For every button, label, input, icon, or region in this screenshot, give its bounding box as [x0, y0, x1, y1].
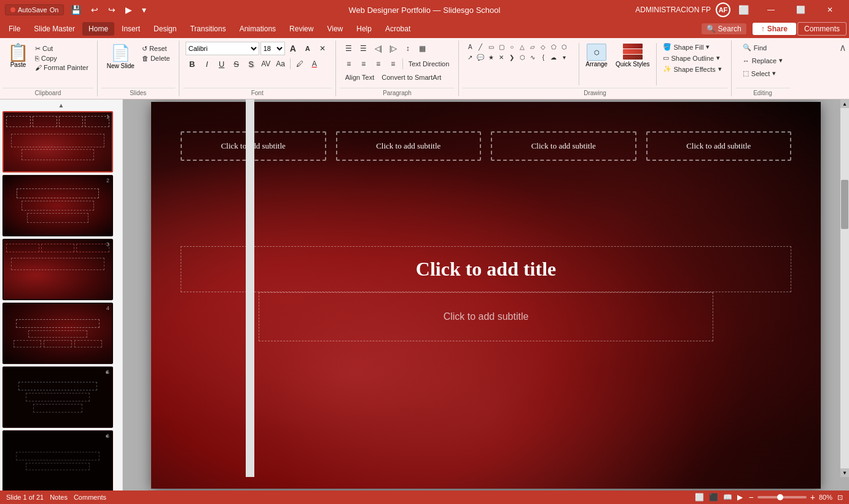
text-direction-button[interactable]: Text Direction: [405, 59, 453, 69]
scroll-track[interactable]: [840, 108, 849, 468]
shape-fill-dropdown-icon[interactable]: ▾: [706, 43, 710, 51]
arrange-button[interactable]: ⬡ Arrange: [582, 42, 611, 69]
align-text-button[interactable]: Align Text: [342, 72, 378, 82]
align-left-button[interactable]: ≡: [342, 57, 356, 71]
increase-indent-button[interactable]: |▷: [386, 42, 400, 55]
underline-button[interactable]: U: [215, 57, 229, 71]
zoom-in-button[interactable]: +: [809, 492, 816, 502]
slides-scroll-up[interactable]: ▲: [2, 102, 120, 109]
quick-styles-button[interactable]: Quick Styles: [612, 42, 653, 69]
italic-button[interactable]: I: [200, 57, 214, 71]
shapes-more-icon[interactable]: ▾: [559, 52, 569, 62]
share-button[interactable]: ↑ Share: [753, 23, 796, 35]
shape-line-icon[interactable]: ╱: [475, 42, 485, 52]
comments-button[interactable]: Comments: [797, 22, 847, 36]
autosave-button[interactable]: AutoSave On: [5, 4, 64, 15]
zoom-out-button[interactable]: −: [748, 492, 755, 502]
subtitle-box-2[interactable]: Click to add subtitle: [336, 131, 482, 161]
undo-button[interactable]: ↩: [88, 4, 101, 16]
shape-cloud-icon[interactable]: ☁: [549, 52, 558, 62]
shape-rect-icon[interactable]: ▭: [486, 42, 496, 52]
shape-outline-dropdown-icon[interactable]: ▾: [716, 54, 720, 62]
menu-acrobat[interactable]: Acrobat: [379, 22, 417, 36]
line-spacing-button[interactable]: ↕: [401, 42, 415, 55]
ribbon-collapse-button[interactable]: ∧: [839, 42, 847, 53]
align-center-button[interactable]: ≡: [357, 57, 370, 71]
menu-home[interactable]: Home: [82, 22, 114, 36]
shape-outline-button[interactable]: ▭ Shape Outline ▾: [660, 53, 725, 63]
decrease-indent-button[interactable]: ◁|: [372, 42, 385, 55]
paste-button[interactable]: 📋 Paste: [5, 42, 31, 71]
decrease-font-button[interactable]: A: [301, 42, 315, 55]
char-spacing-button[interactable]: AV: [259, 57, 273, 71]
numbering-button[interactable]: ☰: [357, 42, 370, 55]
shape-callout-icon[interactable]: 💬: [475, 52, 485, 62]
menu-search[interactable]: 🔍 Search: [702, 23, 746, 34]
format-painter-button[interactable]: 🖌 Format Painter: [33, 63, 91, 72]
font-color-button[interactable]: A: [308, 57, 321, 71]
slide-thumb-2[interactable]: 2: [2, 175, 113, 236]
minimize-button[interactable]: —: [757, 0, 785, 20]
close-button[interactable]: ✕: [816, 0, 844, 20]
shape-hexagon-icon[interactable]: ⬡: [559, 42, 569, 52]
shape-effects-dropdown-icon[interactable]: ▾: [718, 65, 722, 73]
shape-fill-button[interactable]: 🪣 Shape Fill ▾: [660, 42, 725, 52]
shape-wave-icon[interactable]: ∿: [528, 52, 538, 62]
justify-button[interactable]: ≡: [386, 57, 400, 71]
save-button[interactable]: 💾: [68, 4, 84, 16]
cut-button[interactable]: ✂ Cut: [33, 44, 91, 53]
shape-pentagon-icon[interactable]: ⬠: [549, 42, 558, 52]
menu-transitions[interactable]: Transitions: [184, 22, 232, 36]
copy-button[interactable]: ⎘ Copy: [33, 54, 91, 63]
increase-font-button[interactable]: A: [286, 42, 300, 55]
select-dropdown-icon[interactable]: ▾: [772, 69, 776, 77]
find-button[interactable]: 🔍 Find: [738, 42, 788, 53]
select-button[interactable]: ⬚ Select ▾: [738, 68, 788, 79]
present-button[interactable]: ▶: [122, 4, 135, 16]
shape-circle-icon[interactable]: ○: [507, 42, 517, 52]
columns-button[interactable]: ▦: [416, 42, 429, 55]
menu-review[interactable]: Review: [283, 22, 319, 36]
slide-thumb-1[interactable]: 1: [2, 111, 113, 173]
slide-thumb-4[interactable]: 4: [2, 303, 113, 364]
shape-text-icon[interactable]: A: [465, 42, 475, 52]
ribbon-display-button[interactable]: ⬜: [735, 4, 752, 16]
replace-button[interactable]: ↔ Replace ▾: [738, 55, 788, 66]
fit-window-button[interactable]: ⊡: [837, 494, 843, 502]
zoom-slider[interactable]: [757, 496, 807, 498]
highlight-button[interactable]: 🖊: [293, 57, 307, 71]
bold-button[interactable]: B: [186, 57, 199, 71]
shape-triangle-icon[interactable]: △: [517, 42, 527, 52]
view-normal-button[interactable]: ⬜: [695, 493, 704, 502]
reset-button[interactable]: ↺ Reset: [139, 44, 173, 53]
align-right-button[interactable]: ≡: [372, 57, 385, 71]
menu-animations[interactable]: Animations: [233, 22, 282, 36]
shape-rounded-rect-icon[interactable]: ▢: [496, 42, 506, 52]
scroll-up-button[interactable]: ▲: [840, 99, 849, 108]
shape-cross-icon[interactable]: ✕: [496, 52, 506, 62]
strikethrough-button[interactable]: S: [230, 57, 243, 71]
shape-brace-icon[interactable]: {: [538, 52, 548, 62]
view-reading-button[interactable]: 📖: [723, 493, 732, 502]
customize-button[interactable]: ▾: [139, 4, 149, 16]
menu-help[interactable]: Help: [350, 22, 378, 36]
subtitle-box-3[interactable]: Click to add subtitle: [491, 131, 636, 161]
subtitle-box-4[interactable]: Click to add subtitle: [646, 131, 792, 161]
slide-thumb-5[interactable]: ■ 5: [2, 366, 113, 428]
shape-arrow-icon[interactable]: ↗: [465, 52, 475, 62]
bullets-button[interactable]: ☰: [342, 42, 356, 55]
new-slide-button[interactable]: 📄 New Slide: [104, 42, 138, 71]
slide-thumb-6[interactable]: ■ 6: [2, 430, 113, 490]
change-case-button[interactable]: Aa: [274, 57, 288, 71]
comments-status-button[interactable]: Comments: [74, 494, 106, 501]
view-presenter-button[interactable]: ▶: [737, 493, 743, 502]
convert-smartart-button[interactable]: Convert to SmartArt: [378, 72, 444, 82]
redo-button[interactable]: ↪: [105, 4, 119, 16]
shadow-button[interactable]: S: [245, 57, 258, 71]
notes-button[interactable]: Notes: [50, 494, 68, 501]
shape-effects-button[interactable]: ✨ Shape Effects ▾: [660, 64, 725, 74]
delete-button[interactable]: 🗑 Delete: [139, 54, 173, 63]
shape-parallelogram-icon[interactable]: ▱: [528, 42, 538, 52]
replace-dropdown-icon[interactable]: ▾: [779, 56, 783, 64]
maximize-button[interactable]: ⬜: [786, 0, 815, 20]
